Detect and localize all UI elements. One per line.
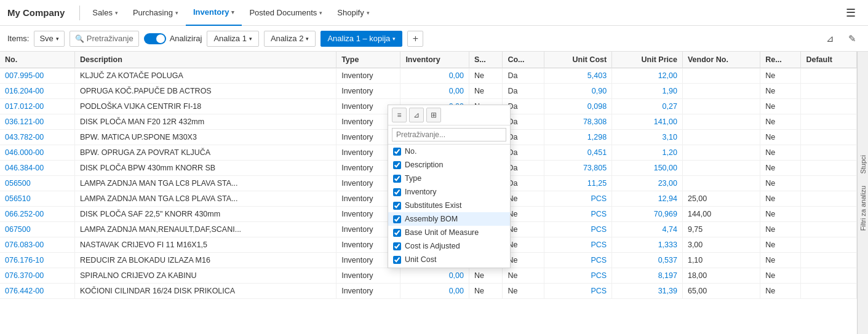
col-chooser-item[interactable]: No.: [388, 145, 510, 158]
col-chooser-columns-btn[interactable]: ⊞: [426, 108, 441, 122]
sidebar-label-filtri[interactable]: Filtri za analizu: [859, 186, 867, 231]
table-cell: [801, 161, 857, 176]
table-cell: Ne: [760, 222, 801, 237]
col-chooser-checkbox[interactable]: [393, 175, 401, 183]
table-cell: 0,451: [544, 145, 612, 161]
col-chooser-item-label: Base Unit of Measure: [405, 228, 479, 237]
col-header-co[interactable]: Co...: [503, 52, 544, 68]
table-cell: SPIRALNO CRIJEVO ZA KABINU: [75, 268, 336, 284]
table-cell[interactable]: 056510: [0, 191, 75, 207]
col-chooser-item[interactable]: Type: [388, 172, 510, 185]
table-cell: LAMPA ZADNJA MAN TGA LC8 PLAVA STA...: [75, 191, 336, 207]
table-cell: DISK PLOČA MAN F20 12R 432mm: [75, 114, 336, 130]
col-chooser-filter-btn[interactable]: ⊿: [409, 108, 424, 122]
table-cell: Ne: [503, 268, 544, 284]
col-chooser-checkbox[interactable]: [393, 202, 401, 210]
table-cell[interactable]: 046.000-00: [0, 145, 75, 161]
table-cell: 11,25: [544, 176, 612, 191]
table-cell[interactable]: 017.012-00: [0, 99, 75, 114]
hamburger-menu[interactable]: ☰: [841, 6, 861, 20]
add-tab-button[interactable]: +: [407, 31, 423, 47]
col-header-unit-price[interactable]: Unit Price: [612, 52, 683, 68]
items-label: Items:: [7, 34, 29, 43]
tab-analiza1-kopija[interactable]: Analiza 1 – kopija ▾: [321, 31, 402, 47]
table-cell: PCS: [544, 207, 612, 222]
table-cell[interactable]: 056500: [0, 176, 75, 191]
column-chooser-popup: ≡ ⊿ ⊞ No.DescriptionTypeInventorySubstit…: [388, 105, 511, 268]
nav-item-sales[interactable]: Sales ▾: [85, 0, 125, 26]
col-header-default[interactable]: Default: [801, 52, 857, 68]
all-dropdown[interactable]: Sve ▾: [34, 31, 64, 47]
table-cell[interactable]: 043.782-00: [0, 130, 75, 145]
col-chooser-checkbox[interactable]: [393, 161, 401, 169]
filter-icon[interactable]: ⊿: [821, 30, 838, 47]
col-chooser-checkbox[interactable]: [393, 215, 401, 223]
table-cell: [801, 68, 857, 84]
col-chooser-item[interactable]: Unit Cost: [388, 253, 510, 266]
table-cell[interactable]: 076.442-00: [0, 284, 75, 299]
col-chooser-item[interactable]: Description: [388, 158, 510, 172]
table-cell: [801, 114, 857, 130]
col-chooser-item[interactable]: Cost is Adjusted: [388, 239, 510, 253]
col-header-no[interactable]: No.: [0, 52, 75, 68]
edit-icon[interactable]: ✎: [843, 30, 861, 47]
col-chooser-lines-btn[interactable]: ≡: [392, 108, 407, 122]
sidebar-label-stupci[interactable]: Stupci: [859, 155, 867, 174]
table-cell: 18,00: [682, 268, 760, 284]
filter-bar: Items: Sve ▾ 🔍 Pretraživanje Analiziraj …: [0, 26, 868, 52]
nav-item-inventory[interactable]: Inventory ▾: [186, 0, 242, 26]
col-chooser-item-label: Inventory: [405, 188, 436, 196]
col-header-description[interactable]: Description: [75, 52, 336, 68]
col-chooser-checkbox[interactable]: [393, 148, 401, 156]
col-chooser-checkbox[interactable]: [393, 256, 401, 264]
table-cell: 1,298: [544, 130, 612, 145]
table-cell[interactable]: 076.176-10: [0, 253, 75, 268]
tab-analiza1[interactable]: Analiza 1 ▾: [207, 31, 258, 47]
col-chooser-search-input[interactable]: [392, 128, 506, 141]
col-chooser-checkbox[interactable]: [393, 229, 401, 237]
col-header-s[interactable]: S...: [469, 52, 502, 68]
toggle-container: Analiziraj: [144, 33, 202, 44]
col-chooser-item[interactable]: Unit Price: [388, 266, 510, 268]
table-cell: 25,00: [682, 191, 760, 207]
table-cell[interactable]: 076.083-00: [0, 237, 75, 253]
col-header-inventory[interactable]: Inventory: [400, 52, 469, 68]
col-chooser-item[interactable]: Base Unit of Measure: [388, 226, 510, 239]
col-chooser-checkbox[interactable]: [393, 188, 401, 196]
col-chooser-item-label: Unit Cost: [405, 255, 436, 264]
table-cell[interactable]: 036.121-00: [0, 114, 75, 130]
table-cell[interactable]: 066.252-00: [0, 207, 75, 222]
table-cell[interactable]: 076.370-00: [0, 268, 75, 284]
col-header-vendor-no[interactable]: Vendor No.: [682, 52, 760, 68]
table-cell: BPW. MATICA UP.SPONE M30X3: [75, 130, 336, 145]
nav-item-posted-documents[interactable]: Posted Documents ▾: [242, 0, 330, 26]
table-cell: [801, 145, 857, 161]
company-name: My Company: [7, 7, 65, 18]
chevron-down-icon: ▾: [56, 36, 59, 42]
table-cell[interactable]: 016.204-00: [0, 84, 75, 99]
col-chooser-item[interactable]: Inventory: [388, 185, 510, 199]
analyze-toggle[interactable]: [144, 33, 166, 44]
table-row: 007.995-00KLJUČ ZA KOTAČE POLUGAInventor…: [0, 68, 857, 84]
search-box[interactable]: 🔍 Pretraživanje: [70, 31, 139, 47]
nav-item-shopify[interactable]: Shopify ▾: [330, 0, 376, 26]
tab-analiza2[interactable]: Analiza 2 ▾: [264, 31, 316, 47]
table-cell: [801, 284, 857, 299]
table-row: 076.442-00KOČIONI CILINDAR 16/24 DISK PR…: [0, 284, 857, 299]
nav-item-purchasing[interactable]: Purchasing ▾: [125, 0, 186, 26]
table-cell: Ne: [760, 268, 801, 284]
col-header-re[interactable]: Re...: [760, 52, 801, 68]
col-header-unit-cost[interactable]: Unit Cost: [544, 52, 612, 68]
table-cell: PCS: [544, 284, 612, 299]
col-chooser-checkbox[interactable]: [393, 242, 401, 250]
chevron-down-icon: ▾: [231, 9, 234, 15]
table-cell: [801, 207, 857, 222]
table-cell: PCS: [544, 191, 612, 207]
chevron-down-icon: ▾: [392, 36, 396, 42]
col-header-type[interactable]: Type: [336, 52, 400, 68]
col-chooser-item[interactable]: Substitutes Exist: [388, 199, 510, 212]
table-cell[interactable]: 007.995-00: [0, 68, 75, 84]
col-chooser-item[interactable]: Assembly BOM: [388, 212, 510, 226]
table-cell[interactable]: 046.384-00: [0, 161, 75, 176]
table-cell[interactable]: 067500: [0, 222, 75, 237]
